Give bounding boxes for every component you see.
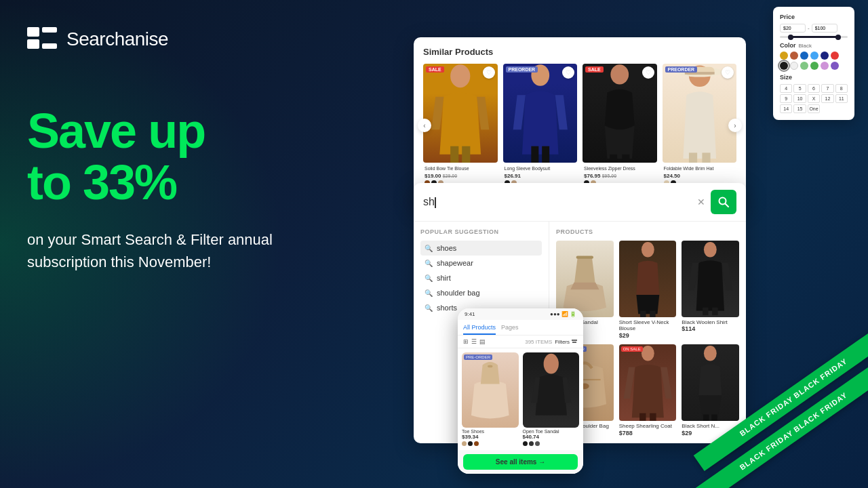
similar-product-2-badge: PREORDER (506, 66, 538, 73)
price-slider-thumb-right[interactable] (835, 35, 841, 40)
size-6[interactable]: 6 (808, 84, 820, 93)
suggestion-shirt-text: shirt (437, 274, 451, 282)
suggestion-shirt[interactable]: 🔍 shirt (420, 270, 542, 285)
suggestion-shoes[interactable]: 🔍 shoes (420, 241, 542, 256)
similar-product-1-wishlist[interactable]: ♡ (483, 66, 495, 79)
svg-rect-27 (712, 308, 717, 315)
mobile-tab-all-products[interactable]: All Products (463, 324, 496, 335)
mobile-time: 9:41 (465, 311, 475, 317)
swatch-red[interactable] (831, 52, 839, 60)
mobile-product-1-image: PRE-ORDER (462, 352, 519, 428)
size-one[interactable]: One (808, 104, 820, 113)
size-4[interactable]: 4 (780, 84, 792, 93)
suggestion-search-icon: 🔍 (425, 260, 433, 267)
suggestion-search-icon: 🔍 (425, 274, 433, 282)
carousel-next-button[interactable]: › (728, 119, 742, 132)
size-9[interactable]: 9 (780, 94, 792, 103)
search-query-display[interactable]: sh (423, 196, 692, 208)
search-product-6-figure (682, 344, 739, 421)
similar-product-2: PREORDER ♡ Long Sleeve Bodysuit (503, 64, 578, 187)
mobile-cta-text: See all items → (496, 458, 545, 466)
mobile-product-1-badge: PRE-ORDER (464, 354, 492, 360)
search-submit-button[interactable] (711, 190, 736, 214)
similar-products-title: Similar Products (423, 47, 736, 57)
suggestion-shapewear-text: shapewear (437, 259, 473, 267)
swatch-white[interactable] (790, 62, 798, 70)
search-product-5-badge: ON SALE (621, 346, 643, 352)
similar-product-4-wishlist[interactable]: ♡ (722, 66, 734, 79)
mobile-tab-pages[interactable]: Pages (501, 324, 519, 335)
swatch-lightpurple[interactable] (821, 62, 829, 70)
color-filter-section: Color Black (780, 42, 848, 70)
suggestion-search-icon: 🔍 (425, 245, 433, 252)
suggestion-shapewear[interactable]: 🔍 shapewear (420, 256, 542, 270)
mobile-product-2-image (523, 352, 580, 428)
swatch-darkblue[interactable] (821, 52, 829, 60)
size-12[interactable]: 12 (821, 94, 833, 103)
similar-product-1-price: $19.00 $29.00 (425, 173, 496, 179)
svg-rect-34 (703, 415, 709, 421)
mobile-product-1-figure (462, 352, 519, 428)
similar-product-2-price: $26.91 (505, 173, 576, 179)
suggestions-header: POPULAR SUGGESTION (420, 228, 542, 235)
svg-line-20 (726, 204, 729, 207)
carousel-prev-button[interactable]: ‹ (418, 119, 431, 132)
similar-product-1-figure (423, 64, 498, 163)
search-product-5-name: Sheep Shearling Coat (619, 423, 677, 430)
mobile-items-count: 395 ITEMS (525, 339, 552, 345)
products-header: PRODUCTS (556, 228, 739, 235)
swatch-blue[interactable] (800, 52, 808, 60)
search-product-2-figure (619, 241, 677, 317)
size-x[interactable]: X (808, 94, 820, 103)
svg-rect-9 (542, 146, 549, 163)
search-product-2: Short Sleeve V-Neck Blouse $29 (619, 241, 677, 339)
swatch-lightblue[interactable] (810, 52, 818, 60)
search-clear-button[interactable]: ✕ (697, 197, 705, 207)
similar-product-3-wishlist[interactable]: ♡ (642, 66, 654, 79)
price-min-input[interactable] (780, 24, 806, 33)
mobile-footer: See all items → (458, 450, 583, 474)
mobile-product-1: PRE-ORDER Toe Shoes $39.34 (462, 352, 519, 446)
svg-rect-35 (712, 415, 717, 421)
size-7[interactable]: 7 (821, 84, 833, 93)
search-product-2-price: $29 (619, 332, 677, 339)
swatch-lightgreen[interactable] (800, 62, 808, 70)
swatch-purple[interactable] (831, 62, 839, 70)
price-slider-thumb-left[interactable] (788, 35, 793, 40)
price-range-row: - (780, 24, 848, 33)
mobile-tabs: All Products Pages (458, 320, 583, 336)
mobile-filter-button[interactable]: Filters (555, 338, 578, 345)
mobile-list-view-button[interactable]: ☰ (471, 338, 477, 345)
similar-product-2-wishlist[interactable]: ♡ (562, 66, 574, 79)
similar-product-3-name: Sleeveless Zipper Dress (584, 165, 656, 171)
swatch-orange[interactable] (790, 52, 798, 60)
mobile-product-2-figure (523, 352, 580, 428)
color-dot (535, 441, 540, 446)
swatch-yellow[interactable] (780, 52, 788, 60)
mobile-cta-button[interactable]: See all items → (463, 454, 578, 470)
swatch-black[interactable] (780, 62, 788, 70)
mobile-toolbar: ⊞ ☰ ▤ 395 ITEMS Filters (458, 336, 583, 348)
size-8[interactable]: 8 (835, 84, 848, 93)
size-14[interactable]: 14 (780, 104, 792, 113)
svg-rect-0 (27, 27, 39, 37)
similar-product-2-name: Long Sleeve Bodysuit (505, 165, 576, 171)
price-slider-track[interactable] (780, 36, 848, 38)
mobile-product-1-price: $39.34 (462, 434, 519, 440)
mobile-grid-view-button[interactable]: ⊞ (463, 338, 469, 345)
swatch-green[interactable] (810, 62, 818, 70)
color-swatches (780, 52, 848, 70)
suggestion-shoulder-bag[interactable]: 🔍 shoulder bag (420, 285, 542, 300)
size-10[interactable]: 10 (793, 94, 806, 103)
search-query-text: sh (423, 196, 435, 207)
search-cursor (435, 197, 436, 208)
searchanise-logo-icon (27, 27, 57, 52)
mobile-detail-view-button[interactable]: ▤ (479, 338, 486, 345)
size-11[interactable]: 11 (835, 94, 848, 103)
color-dot (523, 441, 528, 446)
svg-point-39 (543, 354, 558, 374)
price-max-input[interactable] (812, 24, 837, 33)
size-15[interactable]: 15 (793, 104, 806, 113)
size-5[interactable]: 5 (793, 84, 806, 93)
svg-rect-31 (639, 413, 646, 421)
